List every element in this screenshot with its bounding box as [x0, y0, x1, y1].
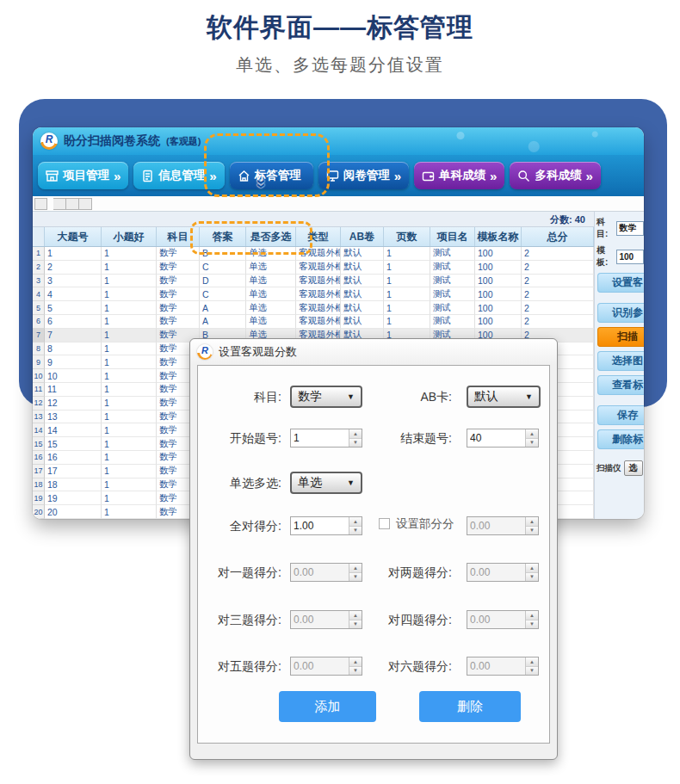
delete-button[interactable]: 删除 — [419, 691, 521, 722]
column-header[interactable]: 小题好 — [102, 227, 157, 246]
score1-stepper[interactable]: ▲▼ — [290, 563, 362, 582]
column-header[interactable]: 项目名 — [430, 227, 475, 246]
scan-button[interactable]: 扫描 — [597, 327, 644, 347]
column-header[interactable]: 是否多选 — [246, 227, 296, 246]
ab-card-dropdown[interactable]: 默认 ▼ — [467, 386, 541, 408]
partial-score-checkbox[interactable] — [379, 518, 390, 529]
score2-input[interactable] — [467, 564, 525, 581]
table-cell: 测试 — [430, 287, 475, 301]
tab-box[interactable] — [79, 198, 92, 210]
table-cell: 1 — [102, 397, 157, 411]
partial-score-input[interactable] — [467, 517, 525, 534]
dialog-panel: 科目: 数学 ▼ AB卡: 默认 ▼ 开始题号: ▲▼ 结束题号: — [197, 365, 550, 744]
table-cell: 3 — [45, 275, 102, 288]
score5-input[interactable] — [291, 657, 349, 675]
table-cell: 1 — [102, 369, 157, 383]
column-header[interactable]: 类型 — [296, 227, 341, 246]
score4-input[interactable] — [467, 611, 525, 628]
table-row[interactable]: 441数学C单选客观题外框默认1测试1002 — [33, 287, 594, 301]
column-header[interactable]: AB卷 — [341, 227, 384, 246]
table-cell: 100 — [475, 261, 522, 275]
column-header[interactable]: 科目 — [157, 227, 200, 246]
spinner-arrows[interactable]: ▲▼ — [525, 657, 538, 675]
score1-input[interactable] — [291, 564, 349, 581]
choice-mode-dropdown[interactable]: 单选 ▼ — [290, 472, 362, 494]
row-number: 19 — [33, 491, 45, 505]
spinner-arrows[interactable]: ▲▼ — [349, 429, 362, 447]
table-cell: 数学 — [157, 287, 200, 301]
view-answer-button[interactable]: 查看标 — [597, 375, 644, 395]
spinner-arrows[interactable]: ▲▼ — [525, 517, 538, 534]
tab-box[interactable] — [66, 198, 79, 210]
nav-single-subject-score[interactable]: 单科成绩 » — [414, 162, 504, 189]
score1-label: 对一题得分: — [189, 563, 281, 582]
app-logo-icon — [40, 133, 58, 150]
table-cell: 12 — [45, 397, 102, 411]
score6-stepper[interactable]: ▲▼ — [467, 657, 539, 676]
full-score-input[interactable] — [291, 517, 349, 534]
table-cell: 1 — [102, 505, 157, 519]
spinner-arrows[interactable]: ▲▼ — [525, 429, 538, 447]
nav-info-management[interactable]: 信息管理 » — [133, 162, 224, 189]
subject-dropdown[interactable]: 数学 — [616, 221, 644, 236]
column-header[interactable]: 页数 — [384, 227, 430, 246]
score5-stepper[interactable]: ▲▼ — [290, 657, 362, 676]
score4-stepper[interactable]: ▲▼ — [467, 610, 539, 629]
subject-dropdown[interactable]: 数学 ▼ — [290, 386, 362, 408]
column-header[interactable]: 答案 — [200, 227, 246, 246]
table-cell: 客观题外框 — [296, 261, 341, 275]
nav-answer-management[interactable]: 标答管理 — [230, 162, 313, 189]
column-header[interactable]: 大题号 — [45, 227, 102, 246]
scanner-select-button[interactable]: 选 — [624, 460, 643, 476]
recognition-params-button[interactable]: 识别参 — [597, 303, 644, 323]
save-button[interactable]: 保存 — [597, 405, 644, 425]
column-header[interactable]: 总分 — [522, 227, 594, 246]
spinner-arrows[interactable]: ▲▼ — [525, 611, 538, 628]
score2-stepper[interactable]: ▲▼ — [467, 563, 539, 582]
row-number: 7 — [33, 329, 45, 343]
table-row[interactable]: 221数学C单选客观题外框默认1测试1002 — [33, 261, 594, 275]
table-row[interactable]: 331数学D单选客观题外框默认1测试1002 — [33, 275, 594, 288]
table-cell: 默认 — [341, 301, 384, 315]
score3-input[interactable] — [291, 611, 349, 628]
template-input[interactable]: 100 — [616, 250, 644, 264]
score6-input[interactable] — [467, 657, 525, 675]
nav-marking-management[interactable]: 阅卷管理 » — [318, 162, 409, 189]
app-titlebar: 盼分扫描阅卷系统 (客观题) — [33, 127, 644, 155]
tab-box[interactable] — [53, 198, 66, 210]
partial-score-stepper[interactable]: ▲▼ — [467, 516, 539, 535]
table-row[interactable]: 551数学A单选客观题外框默认1测试1002 — [33, 301, 594, 315]
nav-multi-subject-score[interactable]: 多科成绩 » — [510, 162, 600, 189]
table-cell: 100 — [475, 247, 522, 261]
sidebar-template-field: 模板: 100 — [597, 244, 644, 269]
table-cell: 8 — [45, 343, 102, 356]
dialog-logo-icon — [197, 344, 213, 360]
table-cell: 单选 — [246, 315, 296, 329]
end-number-input[interactable] — [467, 429, 525, 447]
column-header[interactable]: 模板名称 — [475, 227, 522, 246]
start-number-stepper[interactable]: ▲▼ — [290, 429, 362, 448]
nav-arrow: » — [394, 170, 401, 182]
add-button[interactable]: 添加 — [279, 691, 376, 722]
table-cell: 2 — [522, 261, 594, 275]
nav-label: 多科成绩 — [535, 168, 581, 183]
score3-stepper[interactable]: ▲▼ — [290, 610, 362, 629]
table-cell: 11 — [45, 383, 102, 397]
table-toolbar: 分数: 40 — [33, 212, 594, 227]
spinner-arrows[interactable]: ▲▼ — [349, 517, 362, 534]
full-score-stepper[interactable]: ▲▼ — [290, 516, 362, 535]
spinner-arrows[interactable]: ▲▼ — [525, 564, 538, 581]
end-number-stepper[interactable]: ▲▼ — [467, 429, 539, 448]
start-number-input[interactable] — [291, 429, 349, 447]
delete-answer-button[interactable]: 删除标 — [597, 429, 644, 449]
select-image-button[interactable]: 选择图 — [597, 351, 644, 371]
tab-box[interactable] — [34, 198, 47, 210]
score6-label: 对六题得分: — [357, 657, 452, 676]
nav-project-management[interactable]: 项目管理 » — [38, 162, 128, 189]
set-objective-button[interactable]: 设置客 — [597, 273, 644, 293]
table-cell: 测试 — [430, 247, 475, 261]
total-score-label: 分数: 40 — [550, 213, 585, 226]
table-row[interactable]: 661数学A单选客观题外框默认1测试1002 — [33, 315, 594, 329]
table-cell: 数学 — [157, 261, 200, 275]
table-row[interactable]: 111数学B单选客观题外框默认1测试1002 — [33, 247, 594, 261]
